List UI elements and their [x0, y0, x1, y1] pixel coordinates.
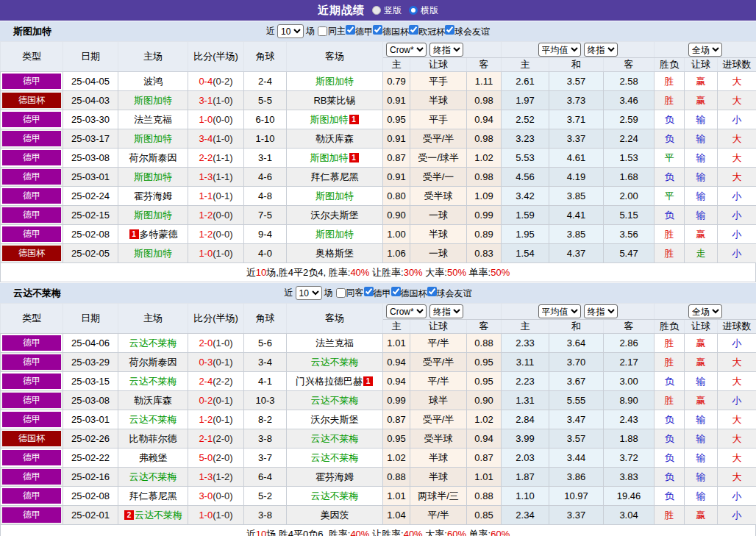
result-outcome: 负 [655, 110, 685, 129]
league-checkbox[interactable] [373, 25, 382, 35]
final-odds-select-2[interactable]: 终指 [584, 43, 618, 57]
final-odds-select-1[interactable]: 终指 [429, 304, 463, 318]
away-team-name[interactable]: 斯图加特 [315, 76, 354, 87]
halftime-score: (2-0) [213, 433, 232, 444]
league-filter[interactable]: 德甲 [364, 287, 391, 300]
result-goals: 小 [718, 244, 756, 263]
avg-away-odds: 2.24 [604, 129, 655, 149]
league-filter[interactable]: 球会友谊 [445, 25, 490, 38]
away-team-name[interactable]: 云达不莱梅 [311, 395, 359, 406]
league-type-badge: 德甲 [2, 74, 61, 89]
crow-select[interactable]: Crow* [386, 304, 427, 318]
away-team-name[interactable]: 斯图加特 [315, 190, 354, 201]
league-filter[interactable]: 欧冠杯 [409, 25, 445, 38]
away-team-name[interactable]: 斯图加特 [310, 114, 349, 125]
full-match-select[interactable]: 全场 [688, 43, 722, 57]
near-label: 近 [266, 25, 275, 37]
near-label: 近 [285, 287, 293, 299]
league-type-badge: 德甲 [2, 169, 61, 185]
league-filter[interactable]: 球会友谊 [427, 287, 472, 300]
away-team-name: 奥格斯堡 [315, 248, 354, 259]
league-filter[interactable]: 德甲 [346, 25, 373, 38]
crow-away-odds: 1.11 [467, 72, 502, 91]
league-filter[interactable]: 德国杯 [391, 287, 427, 300]
handicap-line: 受一/球半 [410, 149, 467, 168]
home-team-name[interactable]: 云达不莱梅 [129, 337, 177, 349]
home-team-cell: 波鸿 [118, 72, 188, 91]
corner-cell: 10-3 [244, 391, 287, 410]
games-label: 场 [324, 287, 333, 299]
halftime-score: (0-1) [213, 395, 232, 406]
league-filter[interactable]: 德国杯 [373, 25, 409, 38]
away-team-name[interactable]: 云达不莱梅 [311, 433, 359, 444]
away-team-name[interactable]: 云达不莱梅 [311, 357, 359, 368]
away-team-cell: 门兴格拉德巴赫1 [287, 372, 383, 391]
avg-away-odds: 8.90 [604, 391, 655, 410]
crow-away-odds: 1.02 [467, 410, 502, 429]
result-handicap: 赢 [685, 91, 718, 110]
home-team-cell: 斯图加特 [118, 129, 188, 149]
final-odds-select-2[interactable]: 终指 [584, 304, 618, 318]
radio-unchecked-icon[interactable] [372, 6, 381, 15]
league-checkbox[interactable] [427, 287, 437, 296]
result-outcome: 负 [655, 429, 685, 449]
summary-text: 让胜率: [369, 267, 403, 278]
full-match-select[interactable]: 全场 [688, 304, 722, 318]
average-select[interactable]: 平均值 [538, 43, 581, 57]
same-venue-checkbox[interactable] [318, 26, 327, 36]
avg-away-odds: 5.15 [604, 206, 655, 225]
corner-cell: 2-4 [244, 72, 287, 91]
home-team-cell: 霍芬海姆 [118, 187, 188, 206]
handicap-line: 受半/一 [410, 168, 467, 187]
fulltime-score: 1-3 [199, 471, 213, 482]
avg-away-odds: 5.47 [604, 244, 655, 263]
radio-checked-icon[interactable] [409, 6, 418, 15]
section-team-name: 斯图加特 [13, 25, 51, 38]
match-count-select[interactable]: 10 [277, 24, 304, 38]
crow-away-odds: 0.99 [467, 206, 502, 225]
league-checkbox[interactable] [445, 25, 454, 35]
away-team-name[interactable]: 云达不莱梅 [311, 490, 359, 501]
home-team-cell: 比勒菲尔德 [118, 429, 188, 449]
league-checkbox[interactable] [346, 25, 355, 35]
rank-badge: 2 [124, 510, 134, 520]
league-checkbox[interactable] [364, 287, 374, 296]
home-team-name[interactable]: 斯图加特 [134, 133, 172, 144]
home-team-name[interactable]: 云达不莱梅 [129, 414, 177, 425]
crow-home-odds: 0.91 [383, 91, 410, 110]
layout-radio-vertical[interactable]: 竖版 [372, 4, 402, 17]
home-team-name[interactable]: 斯图加特 [134, 171, 172, 182]
league-checkbox[interactable] [391, 287, 401, 296]
home-team-name[interactable]: 斯图加特 [134, 248, 172, 259]
column-header: 类型 [1, 304, 63, 334]
score-cell: 1-0(0-0) [188, 110, 244, 129]
away-team-name[interactable]: 斯图加特 [315, 229, 354, 240]
avg-home-odds: 5.53 [502, 149, 549, 168]
away-team-name[interactable]: 斯图加特 [310, 152, 349, 163]
avg-away-odds: 19.46 [604, 487, 655, 506]
home-team-cell: 2云达不莱梅 [118, 506, 188, 525]
sub-column-header: 胜负 [655, 320, 685, 334]
average-select[interactable]: 平均值 [538, 304, 581, 318]
home-team-name[interactable]: 斯图加特 [134, 95, 172, 106]
same-venue-checkbox[interactable] [336, 288, 346, 298]
date-cell: 25-03-08 [63, 149, 118, 168]
home-team-name[interactable]: 云达不莱梅 [129, 376, 177, 387]
crow-select[interactable]: Crow* [386, 43, 427, 57]
result-outcome: 胜 [655, 506, 685, 525]
team-section: 斯图加特近10场同主德甲德国杯欧冠杯球会友谊类型日期主场比分(半场)角球客场Cr… [0, 21, 756, 282]
home-team-name[interactable]: 斯图加特 [134, 210, 172, 221]
match-count-select[interactable]: 10 [296, 286, 322, 300]
layout-radio-horizontal[interactable]: 横版 [409, 4, 438, 17]
avg-home-odds: 4.56 [502, 168, 549, 187]
match-row: 德甲25-03-30法兰克福1-0(0-0)6-10斯图加特10.95平手0.9… [1, 110, 756, 129]
league-checkbox[interactable] [409, 25, 418, 35]
final-odds-select-1[interactable]: 终指 [429, 43, 463, 57]
away-team-name[interactable]: 云达不莱梅 [311, 452, 359, 463]
league-cell: 德甲 [1, 391, 63, 410]
date-cell: 25-02-22 [63, 449, 118, 468]
sub-column-header: 和 [549, 320, 604, 334]
home-team-name[interactable]: 云达不莱梅 [135, 510, 182, 521]
home-team-name[interactable]: 云达不莱梅 [129, 471, 177, 482]
fulltime-score: 3-0 [199, 490, 213, 501]
